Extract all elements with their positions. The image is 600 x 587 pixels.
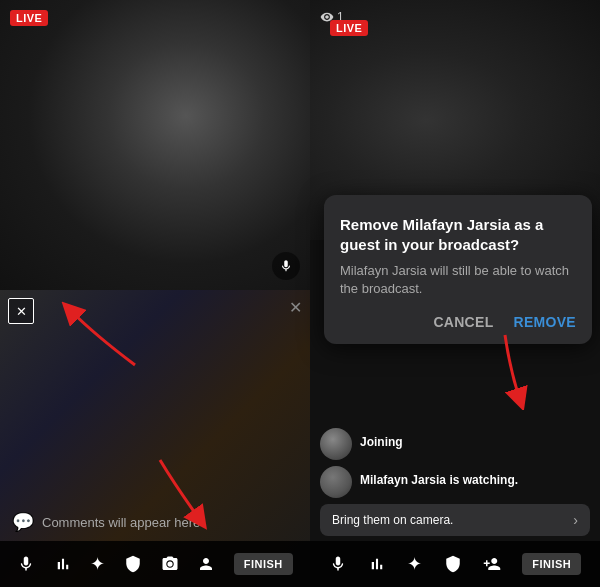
video-texture <box>0 0 310 290</box>
chart-toolbar-icon-left[interactable] <box>54 555 72 573</box>
chat-message-1: Joining <box>320 428 590 460</box>
remove-button[interactable]: REMOVE <box>514 314 576 330</box>
dialog-title: Remove Milafayn Jarsia as a guest in you… <box>340 215 576 254</box>
comment-icon: 💬 <box>12 511 34 533</box>
chat-message-2: Milafayn Jarsia is watching. <box>320 466 590 498</box>
finish-button-left[interactable]: FINISH <box>234 553 293 575</box>
person-toolbar-icon-left[interactable] <box>197 555 215 573</box>
live-badge-top-left: LIVE <box>10 10 48 26</box>
chat-watching-text: is watching. <box>446 473 518 487</box>
camera-toolbar-icon-left[interactable] <box>161 555 179 573</box>
chat-area: Joining Milafayn Jarsia is watching. Bri… <box>310 420 600 541</box>
mic-toolbar-icon-left[interactable] <box>17 555 35 573</box>
toolbar-right: ✦ FINISH <box>310 541 600 587</box>
chat-joining-text: Joining <box>360 435 403 449</box>
chart-toolbar-icon-right[interactable] <box>368 555 386 573</box>
shield-toolbar-icon-left[interactable] <box>124 555 142 573</box>
toolbar-left: ✦ FINISH <box>0 541 310 587</box>
arrow-to-finish-left <box>140 455 220 535</box>
chat-text-2: Milafayn Jarsia is watching. <box>360 466 518 489</box>
dialog-buttons: CANCEL REMOVE <box>340 314 576 330</box>
close-button[interactable]: ✕ <box>8 298 34 324</box>
cancel-button[interactable]: CANCEL <box>433 314 493 330</box>
mic-icon-top-left[interactable] <box>272 252 300 280</box>
bring-camera-text: Bring them on camera. <box>332 513 453 527</box>
bring-camera-bar[interactable]: Bring them on camera. › <box>320 504 590 536</box>
chat-username: Milafayn Jarsia <box>360 473 446 487</box>
chevron-right-icon: › <box>573 512 578 528</box>
live-badge-top-right: LIVE <box>330 20 368 36</box>
mic-toolbar-icon-right[interactable] <box>329 555 347 573</box>
right-panel: LIVE 1 Remove Milafayn Jarsia as a guest… <box>310 0 600 587</box>
dialog-body: Milafayn Jarsia will still be able to wa… <box>340 262 576 298</box>
avatar-2 <box>320 466 352 498</box>
shield-toolbar-icon-right[interactable] <box>444 555 462 573</box>
x-icon-right[interactable]: ✕ <box>289 298 302 317</box>
chat-text-1: Joining <box>360 428 403 451</box>
person-add-toolbar-icon-right[interactable] <box>483 555 501 573</box>
sparkle-toolbar-icon-left[interactable]: ✦ <box>90 553 105 575</box>
remove-guest-dialog: Remove Milafayn Jarsia as a guest in you… <box>324 195 592 344</box>
avatar-1 <box>320 428 352 460</box>
top-left-video: LIVE <box>0 0 310 290</box>
finish-button-right[interactable]: FINISH <box>522 553 581 575</box>
sparkle-toolbar-icon-right[interactable]: ✦ <box>407 553 422 575</box>
